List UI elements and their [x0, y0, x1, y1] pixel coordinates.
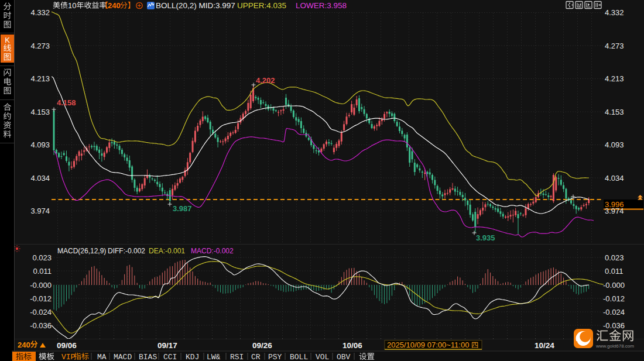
svg-text:09/26: 09/26: [252, 341, 272, 350]
svg-text:MACD(26,12,9): MACD(26,12,9): [57, 247, 106, 255]
svg-text:VOL: VOL: [316, 353, 329, 361]
svg-text:MA: MA: [97, 353, 107, 361]
svg-text:-0.000: -0.000: [30, 281, 52, 290]
svg-text:0.011: 0.011: [605, 267, 624, 276]
svg-text:-0.024: -0.024: [603, 308, 625, 317]
svg-text:LW&: LW&: [207, 353, 221, 361]
svg-text:CCI: CCI: [163, 353, 177, 361]
svg-text:10: 10: [68, 1, 76, 10]
svg-text:MACD:-0.002: MACD:-0.002: [191, 247, 234, 255]
svg-text:RSI: RSI: [230, 353, 244, 361]
svg-text:0.011: 0.011: [33, 267, 52, 276]
svg-text:0.023: 0.023: [605, 253, 624, 262]
svg-text:BOLL: BOLL: [290, 353, 308, 361]
svg-text:BIAS: BIAS: [139, 353, 157, 361]
svg-text:10/06: 10/06: [342, 341, 362, 350]
svg-text:4.153: 4.153: [30, 108, 50, 116]
svg-text:-0.036: -0.036: [603, 321, 625, 330]
svg-text:-0.036: -0.036: [30, 321, 52, 330]
svg-text:BOLL(20,2) MID:3.997: BOLL(20,2) MID:3.997: [156, 1, 235, 10]
svg-text:4.034: 4.034: [605, 174, 624, 183]
svg-text:3.974: 3.974: [30, 207, 50, 215]
svg-text:4.034: 4.034: [30, 174, 50, 183]
svg-text:LOWER:3.958: LOWER:3.958: [296, 1, 347, 10]
svg-text:09/06: 09/06: [57, 341, 77, 350]
svg-text:0.023: 0.023: [32, 253, 52, 262]
svg-text:DIFF:-0.002: DIFF:-0.002: [108, 247, 145, 255]
svg-text:3.974: 3.974: [605, 207, 624, 215]
svg-text:4.093: 4.093: [30, 140, 50, 149]
svg-text:4.273: 4.273: [605, 42, 624, 50]
svg-text:MACD: MACD: [114, 353, 132, 361]
svg-text:www.gold678.com: www.gold678.com: [595, 343, 634, 349]
svg-text:4.213: 4.213: [30, 74, 50, 83]
svg-text:240: 240: [18, 341, 30, 349]
svg-text:OBV: OBV: [337, 353, 351, 361]
svg-text:KDJ: KDJ: [186, 353, 199, 361]
svg-text:4.093: 4.093: [605, 140, 624, 149]
svg-text:3.987: 3.987: [173, 204, 192, 213]
svg-text:4.153: 4.153: [605, 108, 624, 116]
svg-text:240: 240: [108, 1, 121, 10]
svg-text:-0.012: -0.012: [603, 294, 625, 303]
svg-text:3.935: 3.935: [476, 233, 495, 242]
svg-text:4.213: 4.213: [605, 74, 624, 83]
svg-text:-0.024: -0.024: [30, 308, 52, 317]
svg-text:2025/10/09 07:00~11:00: 2025/10/09 07:00~11:00: [387, 341, 469, 349]
svg-text:VIP: VIP: [61, 353, 76, 361]
svg-text:10/24: 10/24: [535, 341, 554, 350]
svg-text:K: K: [5, 36, 10, 44]
svg-text:CR: CR: [251, 353, 261, 361]
svg-text:DEA:-0.001: DEA:-0.001: [149, 247, 185, 255]
svg-text:PSY: PSY: [268, 353, 282, 361]
svg-text:4.332: 4.332: [30, 8, 50, 17]
svg-text:4.202: 4.202: [256, 76, 275, 85]
svg-text:-0.012: -0.012: [30, 294, 52, 303]
svg-text:4.158: 4.158: [57, 98, 76, 107]
svg-text:UPPER:4.035: UPPER:4.035: [237, 1, 286, 10]
svg-text:4.332: 4.332: [605, 8, 624, 17]
svg-text:09/17: 09/17: [157, 341, 177, 350]
svg-text:-0.000: -0.000: [603, 281, 625, 290]
svg-text:4.273: 4.273: [30, 42, 50, 50]
